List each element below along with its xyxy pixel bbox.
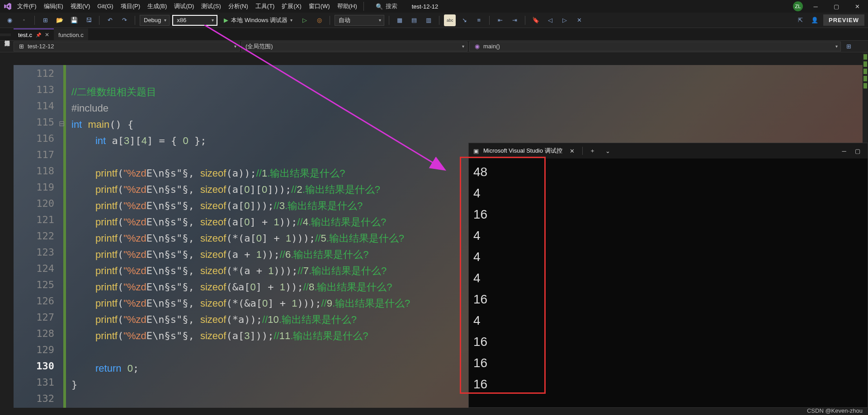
separator	[439, 16, 439, 25]
indent-dec-button[interactable]: ⇤	[494, 14, 506, 26]
line-number-gutter: 1121131141151161171181191201211221231241…	[14, 65, 57, 408]
watermark-text: CSDN @Keven-zhou	[807, 407, 863, 414]
separator	[363, 2, 364, 11]
platform-combo[interactable]: x86	[172, 15, 217, 26]
line-number: 116	[14, 133, 54, 144]
line-number: 113	[14, 84, 54, 95]
user-avatar[interactable]: ZL	[793, 1, 803, 11]
menu-项目[interactable]: 项目(P)	[117, 1, 144, 11]
new-tab-button[interactable]: ＋	[587, 145, 598, 156]
undo-button[interactable]: ↶	[104, 14, 116, 26]
separator	[525, 16, 525, 25]
bookmark-next-button[interactable]: ▷	[559, 14, 571, 26]
save-button[interactable]: 💾	[68, 14, 80, 26]
annotation-highlight-box	[460, 157, 546, 394]
auto-combo[interactable]: 自动	[335, 15, 384, 26]
tab-close-button[interactable]: ✕	[567, 145, 578, 156]
nav-split-button[interactable]: ⊞	[843, 41, 854, 52]
menu-生成[interactable]: 生成(B)	[144, 1, 170, 11]
share-button[interactable]: ⇱	[794, 14, 806, 26]
separator	[330, 16, 330, 25]
search-box[interactable]: 🔍 搜索	[376, 2, 397, 10]
play-icon: ▶	[224, 17, 228, 23]
spellcheck-button[interactable]: abc	[444, 14, 456, 26]
nav-back-button[interactable]: ◉	[4, 14, 15, 26]
preview-button[interactable]: PREVIEW	[823, 14, 864, 26]
maximize-button[interactable]: ▢	[828, 1, 844, 12]
indent-inc-button[interactable]: ⇥	[509, 14, 520, 26]
search-placeholder: 搜索	[386, 2, 397, 10]
save-all-button[interactable]: 🖫	[83, 14, 94, 26]
solution-name: test-12-12	[412, 3, 439, 10]
terminal-icon: ▣	[473, 148, 479, 154]
new-item-button[interactable]: ⊞	[39, 14, 51, 26]
minimize-button[interactable]: ─	[807, 1, 824, 12]
nav-fwd-button[interactable]: •	[18, 14, 30, 26]
menu-调试[interactable]: 调试(D)	[170, 1, 198, 11]
console-min-button[interactable]: ─	[839, 145, 849, 156]
line-number: 131	[14, 377, 54, 388]
start-debug-button[interactable]: ▶ 本地 Windows 调试器 ▾	[220, 15, 296, 26]
menu-编辑[interactable]: 编辑(E)	[40, 1, 67, 11]
open-button[interactable]: 📂	[54, 14, 66, 26]
console-output[interactable]: 48416444164161616	[469, 159, 868, 397]
target-button[interactable]: ◎	[313, 14, 325, 26]
line-number: 129	[14, 344, 54, 355]
live-share-button[interactable]: 👤	[809, 14, 821, 26]
tb-btn-3[interactable]: ▥	[423, 14, 434, 26]
nav-scope-combo[interactable]: (全局范围)	[241, 42, 467, 51]
file-tab-function-c[interactable]: function.c	[54, 28, 88, 40]
menu-文件[interactable]: 文件(F)	[14, 1, 40, 11]
line-number: 112	[14, 68, 54, 79]
bookmark-clear-button[interactable]: ✕	[573, 14, 585, 26]
menu-工具[interactable]: 工具(T)	[252, 1, 278, 11]
fold-toggle-icon[interactable]: ⊟	[59, 119, 65, 128]
menu-扩展[interactable]: 扩展(X)	[278, 1, 305, 11]
tab-label: test.c	[18, 32, 32, 38]
search-icon: 🔍	[376, 3, 383, 10]
vs-logo-icon	[3, 1, 13, 11]
console-max-button[interactable]: ▢	[852, 145, 863, 156]
menu-帮助[interactable]: 帮助(H)	[334, 1, 361, 11]
tab-dropdown-button[interactable]: ⌄	[603, 145, 613, 156]
debugger-label: 本地 Windows 调试器	[231, 16, 288, 24]
line-number: 119	[14, 182, 54, 193]
line-number: 121	[14, 214, 54, 225]
bookmark-button[interactable]: 🔖	[530, 14, 542, 26]
menu-测试[interactable]: 测试(S)	[198, 1, 224, 11]
tb-btn-4[interactable]: ↘	[458, 14, 470, 26]
line-number: 120	[14, 198, 54, 209]
close-button[interactable]: ✕	[849, 1, 865, 12]
nav-func-label: main()	[483, 43, 500, 50]
nav-bar: ⊞ test-12-12 (全局范围) ◉ main() ⊞	[0, 41, 868, 52]
bookmark-prev-button[interactable]: ◁	[544, 14, 556, 26]
code-body[interactable]: //二维数组相关题目 #include int main() { int a[3…	[71, 68, 410, 393]
pin-icon[interactable]: 📌	[36, 33, 41, 37]
menu-分析[interactable]: 分析(N)	[225, 1, 252, 11]
separator	[389, 16, 389, 25]
separator	[135, 16, 135, 25]
line-number: 114	[14, 100, 54, 112]
nav-project-label: test-12-12	[28, 43, 54, 50]
menu-视图[interactable]: 视图(V)	[67, 1, 94, 11]
tb-btn-5[interactable]: ≡	[473, 14, 485, 26]
line-number: 128	[14, 328, 54, 339]
console-title-bar[interactable]: ▣ Microsoft Visual Studio 调试控 ✕ ＋ ⌄ ─ ▢	[469, 143, 868, 159]
start-nodebug-button[interactable]: ▷	[299, 14, 311, 26]
file-tab-test-c[interactable]: test.c📌✕	[14, 28, 54, 40]
menu-git[interactable]: Git(G)	[94, 1, 117, 11]
nav-func-combo[interactable]: ◉ main()	[469, 42, 841, 51]
line-number: 132	[14, 393, 54, 404]
line-number: 122	[14, 230, 54, 242]
config-combo[interactable]: Debug	[140, 15, 170, 26]
tb-btn-2[interactable]: ▤	[408, 14, 420, 26]
nav-project-combo[interactable]: ⊞ test-12-12	[14, 42, 240, 51]
tb-btn-1[interactable]: ▦	[394, 14, 406, 26]
separator	[34, 16, 35, 25]
line-number: 126	[14, 295, 54, 307]
nav-scope-label: (全局范围)	[245, 42, 273, 51]
solution-explorer-tab[interactable]: 解决方案资源管理器	[0, 33, 11, 36]
menu-窗口[interactable]: 窗口(W)	[305, 1, 334, 11]
redo-button[interactable]: ↷	[118, 14, 130, 26]
close-tab-icon[interactable]: ✕	[45, 32, 49, 38]
